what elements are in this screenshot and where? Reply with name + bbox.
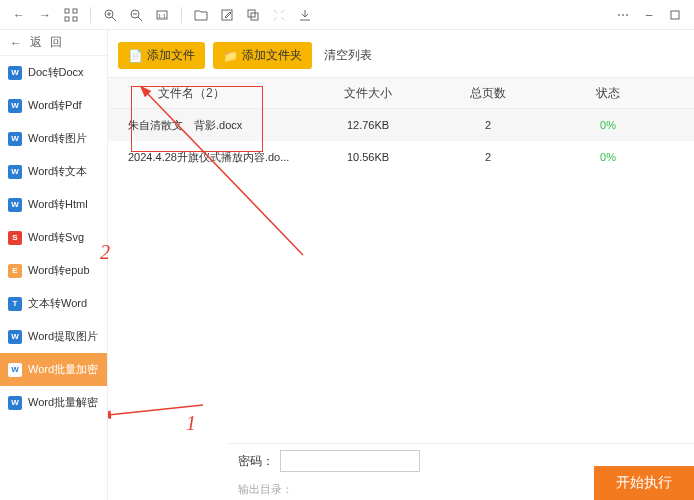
top-toolbar: ← → 1:1 ⋯ – [0, 0, 694, 30]
sidebar-item-label: Word转Pdf [28, 98, 82, 113]
cell-name: 2024.4.28升旗仪式播放内容.do... [108, 150, 308, 165]
col-header-status: 状态 [548, 85, 668, 102]
sidebar-item-label: Word批量加密 [28, 362, 98, 377]
content-area: 📄 添加文件 📁 添加文件夹 清空列表 文件名（2） 文件大小 总页数 状态 朱… [108, 30, 694, 500]
password-label: 密码： [238, 453, 274, 470]
sidebar-item-icon: W [8, 99, 22, 113]
sidebar-item-2[interactable]: WWord转图片 [0, 122, 107, 155]
table-header: 文件名（2） 文件大小 总页数 状态 [108, 77, 694, 109]
download-icon[interactable] [294, 4, 316, 26]
bottom-strip: 输出目录： [228, 478, 604, 500]
svg-rect-0 [65, 9, 69, 13]
svg-rect-16 [671, 11, 679, 19]
file-plus-icon: 📄 [128, 49, 143, 63]
back-icon[interactable]: ← [8, 4, 30, 26]
sidebar-item-icon: W [8, 66, 22, 80]
sidebar-item-icon: W [8, 396, 22, 410]
sidebar-nav: ← 返 回 [0, 30, 107, 56]
sidebar-item-0[interactable]: WDoc转Docx [0, 56, 107, 89]
folder-icon[interactable] [190, 4, 212, 26]
sidebar-item-label: 文本转Word [28, 296, 87, 311]
cell-size: 12.76KB [308, 119, 428, 131]
fit-icon[interactable]: 1:1 [151, 4, 173, 26]
svg-line-5 [112, 17, 116, 21]
sidebar-refresh-label: 回 [50, 34, 62, 51]
sidebar-item-1[interactable]: WWord转Pdf [0, 89, 107, 122]
svg-rect-3 [73, 17, 77, 21]
sidebar-back-label: 返 [30, 34, 42, 51]
maximize-icon[interactable] [664, 4, 686, 26]
cell-name: 朱自清散文 背影.docx [108, 118, 308, 133]
zoom-in-icon[interactable] [99, 4, 121, 26]
sidebar-item-4[interactable]: WWord转Html [0, 188, 107, 221]
cell-pages: 2 [428, 151, 548, 163]
sidebar-item-5[interactable]: SWord转Svg [0, 221, 107, 254]
sidebar-item-icon: T [8, 297, 22, 311]
svg-line-9 [138, 17, 142, 21]
cell-status: 0% [548, 119, 668, 131]
annotation-number-1: 1 [186, 412, 196, 435]
cell-size: 10.56KB [308, 151, 428, 163]
forward-icon[interactable]: → [34, 4, 56, 26]
svg-text:1:1: 1:1 [158, 13, 167, 19]
grid-icon[interactable] [60, 4, 82, 26]
svg-line-18 [108, 405, 203, 415]
sidebar-item-3[interactable]: WWord转文本 [0, 155, 107, 188]
sidebar-item-label: Word转Html [28, 197, 88, 212]
copy-icon[interactable] [242, 4, 264, 26]
sidebar-item-label: Word转文本 [28, 164, 87, 179]
sidebar: ← 返 回 WDoc转DocxWWord转PdfWWord转图片WWord转文本… [0, 30, 108, 500]
table-body: 朱自清散文 背影.docx12.76KB20%2024.4.28升旗仪式播放内容… [108, 109, 694, 173]
sidebar-item-icon: W [8, 165, 22, 179]
more-icon[interactable]: ⋯ [612, 4, 634, 26]
sidebar-item-label: Word批量解密 [28, 395, 98, 410]
cell-status: 0% [548, 151, 668, 163]
folder-plus-icon: 📁 [223, 49, 238, 63]
password-input[interactable] [280, 450, 420, 472]
action-bar: 📄 添加文件 📁 添加文件夹 清空列表 [108, 30, 694, 77]
table-row[interactable]: 2024.4.28升旗仪式播放内容.do...10.56KB20% [108, 141, 694, 173]
col-header-name: 文件名（2） [108, 85, 308, 102]
output-dir-label: 输出目录： [238, 482, 293, 497]
add-file-button[interactable]: 📄 添加文件 [118, 42, 205, 69]
sidebar-item-icon: W [8, 330, 22, 344]
cell-pages: 2 [428, 119, 548, 131]
col-header-size: 文件大小 [308, 85, 428, 102]
svg-rect-1 [73, 9, 77, 13]
add-folder-button[interactable]: 📁 添加文件夹 [213, 42, 312, 69]
clear-list-button[interactable]: 清空列表 [324, 47, 372, 64]
table-row[interactable]: 朱自清散文 背影.docx12.76KB20% [108, 109, 694, 141]
svg-rect-2 [65, 17, 69, 21]
sidebar-item-7[interactable]: T文本转Word [0, 287, 107, 320]
run-button[interactable]: 开始执行 [594, 466, 694, 500]
sidebar-item-8[interactable]: WWord提取图片 [0, 320, 107, 353]
minimize-icon[interactable]: – [638, 4, 660, 26]
sidebar-item-icon: S [8, 231, 22, 245]
sidebar-item-icon: W [8, 198, 22, 212]
back-arrow-icon[interactable]: ← [10, 36, 22, 50]
sidebar-item-label: Word转epub [28, 263, 90, 278]
sidebar-item-label: Doc转Docx [28, 65, 84, 80]
sidebar-item-label: Word转Svg [28, 230, 84, 245]
sidebar-item-label: Word转图片 [28, 131, 87, 146]
sidebar-item-icon: W [8, 363, 22, 377]
sidebar-item-icon: W [8, 132, 22, 146]
sidebar-item-10[interactable]: WWord批量解密 [0, 386, 107, 419]
edit-icon[interactable] [216, 4, 238, 26]
sidebar-item-6[interactable]: EWord转epub [0, 254, 107, 287]
col-header-pages: 总页数 [428, 85, 548, 102]
expand-icon[interactable] [268, 4, 290, 26]
zoom-out-icon[interactable] [125, 4, 147, 26]
sidebar-item-label: Word提取图片 [28, 329, 98, 344]
sidebar-item-icon: E [8, 264, 22, 278]
sidebar-item-9[interactable]: WWord批量加密 [0, 353, 107, 386]
